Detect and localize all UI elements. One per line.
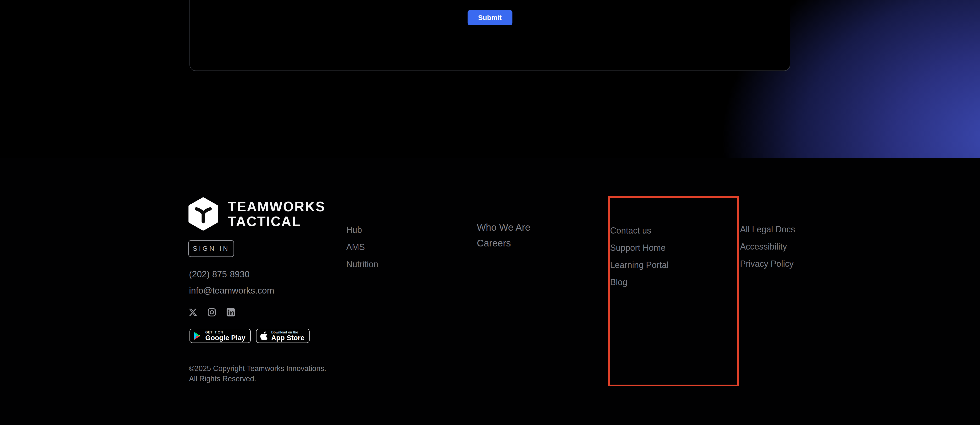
footer-link-hub[interactable]: Hub bbox=[346, 225, 378, 235]
submit-button[interactable]: Submit bbox=[468, 10, 512, 25]
apple-icon bbox=[260, 331, 267, 340]
sign-in-button[interactable]: SIGN IN bbox=[188, 240, 234, 257]
app-store-tagline: Download on the bbox=[271, 330, 305, 334]
copyright: ©2025 Copyright Teamworks Innovations. A… bbox=[189, 363, 326, 384]
x-twitter-icon[interactable] bbox=[189, 308, 197, 317]
phone-link[interactable]: (202) 875-8930 bbox=[189, 270, 250, 279]
app-store-badge[interactable]: Download on the App Store bbox=[256, 329, 310, 343]
social-links bbox=[189, 308, 235, 317]
brand-logo[interactable]: TEAMWORKS TACTICAL bbox=[188, 197, 325, 231]
footer-link-all-legal-docs[interactable]: All Legal Docs bbox=[740, 224, 795, 235]
footer-link-blog[interactable]: Blog bbox=[610, 277, 668, 287]
footer-column-product: Hub AMS Nutrition bbox=[346, 225, 378, 276]
footer-link-careers[interactable]: Careers bbox=[477, 237, 530, 249]
footer-column-support: Contact us Support Home Learning Portal … bbox=[610, 225, 668, 294]
email-link[interactable]: info@teamworks.com bbox=[189, 285, 274, 296]
footer-link-support-home[interactable]: Support Home bbox=[610, 243, 668, 253]
brand-line-1: TEAMWORKS bbox=[228, 199, 325, 214]
footer-link-learning-portal[interactable]: Learning Portal bbox=[610, 260, 668, 270]
footer-link-ams[interactable]: AMS bbox=[346, 242, 378, 252]
google-play-tagline: GET IT ON bbox=[205, 330, 245, 334]
footer-column-company: Who We Are Careers bbox=[477, 222, 530, 253]
footer: TEAMWORKS TACTICAL SIGN IN (202) 875-893… bbox=[0, 158, 980, 425]
page: Submit TEAMWORKS TACTICAL SI bbox=[0, 0, 980, 425]
footer-link-who-we-are[interactable]: Who We Are bbox=[477, 222, 530, 233]
teamworks-hexagon-icon bbox=[188, 197, 219, 231]
footer-link-accessibility[interactable]: Accessibility bbox=[740, 241, 795, 252]
app-store-label: App Store bbox=[271, 334, 305, 342]
footer-link-privacy-policy[interactable]: Privacy Policy bbox=[740, 258, 795, 269]
google-play-badge[interactable]: GET IT ON Google Play bbox=[189, 329, 251, 343]
footer-link-nutrition[interactable]: Nutrition bbox=[346, 259, 378, 270]
google-play-icon bbox=[194, 331, 202, 340]
brand-line-2: TACTICAL bbox=[228, 214, 325, 229]
linkedin-icon[interactable] bbox=[226, 308, 235, 317]
pre-footer-section: Submit bbox=[0, 0, 980, 158]
brand-wordmark: TEAMWORKS TACTICAL bbox=[228, 199, 325, 229]
copyright-line-1: ©2025 Copyright Teamworks Innovations. bbox=[189, 363, 326, 374]
footer-link-contact-us[interactable]: Contact us bbox=[610, 225, 668, 236]
footer-column-legal: All Legal Docs Accessibility Privacy Pol… bbox=[740, 224, 795, 276]
form-card: Submit bbox=[189, 0, 790, 71]
google-play-label: Google Play bbox=[205, 334, 245, 342]
store-badges: GET IT ON Google Play Download on the Ap… bbox=[189, 329, 310, 343]
instagram-icon[interactable] bbox=[207, 308, 217, 317]
copyright-line-2: All Rights Reserved. bbox=[189, 374, 326, 384]
